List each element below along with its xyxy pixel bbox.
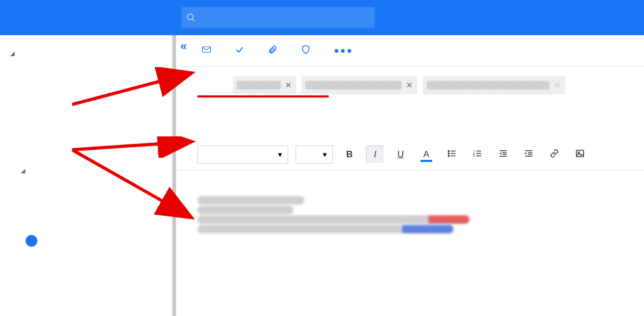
- sidebar: ◢ ◢: [0, 35, 176, 316]
- subject-field-row: [176, 110, 644, 136]
- sidebar-item-confluence[interactable]: [0, 112, 172, 135]
- sidebar-item-jira-comments[interactable]: [0, 182, 172, 206]
- collapse-icon[interactable]: «: [180, 39, 187, 53]
- outdent-icon: [498, 149, 508, 161]
- number-list-icon: 123: [473, 149, 482, 161]
- search-box[interactable]: [181, 7, 375, 28]
- link-icon: [550, 149, 559, 161]
- number-list-button[interactable]: 123: [468, 145, 487, 164]
- svg-point-3: [448, 150, 449, 151]
- cc-field-row[interactable]: [176, 94, 644, 110]
- compose-pane: «: [176, 35, 644, 316]
- caret-down-icon: ◢: [18, 167, 28, 174]
- subject-input[interactable]: [233, 126, 499, 136]
- signature-redacted: [197, 196, 644, 233]
- svg-text:3: 3: [473, 154, 475, 157]
- sidebar-item-accounts[interactable]: [0, 65, 172, 88]
- redacted-text: [306, 81, 402, 90]
- drafts-badge: [26, 235, 37, 247]
- recipient-chip-3[interactable]: ✕: [423, 76, 565, 94]
- to-field-row: ✕ ✕ ✕: [176, 67, 644, 94]
- text-color-button[interactable]: A: [417, 145, 435, 164]
- compose-toolbar: •••: [176, 35, 644, 56]
- svg-point-5: [448, 152, 449, 153]
- send-button[interactable]: [202, 45, 216, 56]
- recipient-chip-2[interactable]: ✕: [301, 76, 417, 94]
- paperclip-icon: [268, 45, 277, 56]
- format-toolbar: ▾ ▾ B I U A 123: [176, 136, 644, 164]
- link-button[interactable]: [545, 145, 563, 164]
- underline-button[interactable]: U: [392, 145, 410, 164]
- sidebar-item-trash[interactable]: [0, 276, 172, 299]
- outdent-button[interactable]: [494, 145, 512, 164]
- redacted-text: [237, 81, 281, 90]
- image-icon: [575, 149, 585, 161]
- svg-point-0: [187, 14, 193, 20]
- sidebar-item-sent[interactable]: [0, 206, 172, 229]
- italic-button[interactable]: I: [366, 145, 384, 164]
- editor-body[interactable]: [176, 171, 644, 233]
- top-bar: [0, 0, 644, 35]
- svg-line-1: [192, 19, 195, 21]
- chip-remove-icon[interactable]: ✕: [285, 80, 292, 90]
- indent-button[interactable]: [520, 145, 538, 164]
- sidebar-item-spam[interactable]: [0, 253, 172, 276]
- search-input[interactable]: [201, 12, 375, 23]
- check-icon: [235, 45, 244, 56]
- sidebar-item-drafts[interactable]: [0, 229, 172, 253]
- caret-down-icon: ◢: [7, 50, 17, 57]
- sidebar-item-jira[interactable]: ◢: [0, 159, 172, 182]
- sidebar-item-mentions[interactable]: [0, 88, 172, 112]
- search-icon: [181, 7, 201, 28]
- recipient-chip-1[interactable]: ✕: [233, 76, 296, 94]
- chip-remove-icon[interactable]: ✕: [406, 80, 413, 90]
- font-family-dropdown[interactable]: ▾: [197, 145, 288, 164]
- caret-down-icon: ▾: [278, 150, 282, 159]
- image-button[interactable]: [571, 145, 589, 164]
- bullet-list-button[interactable]: [443, 145, 461, 164]
- caret-down-icon: ▾: [323, 150, 327, 159]
- bullet-list-icon: [447, 149, 457, 161]
- svg-rect-2: [203, 47, 211, 53]
- save-button[interactable]: [235, 45, 249, 56]
- shield-icon: [301, 45, 311, 56]
- svg-point-7: [448, 155, 449, 156]
- security-button[interactable]: [301, 45, 315, 56]
- redacted-text: [427, 81, 550, 90]
- indent-icon: [524, 149, 534, 161]
- more-button[interactable]: •••: [334, 48, 353, 53]
- attach-button[interactable]: [268, 45, 282, 56]
- sidebar-item-inbox[interactable]: ◢: [0, 42, 172, 65]
- more-icon: •••: [334, 48, 353, 53]
- sidebar-item-hipchat[interactable]: [0, 135, 172, 159]
- chip-remove-icon[interactable]: ✕: [554, 80, 561, 90]
- bold-button[interactable]: B: [340, 145, 359, 164]
- envelope-icon: [202, 45, 211, 56]
- svg-rect-23: [576, 150, 584, 157]
- font-size-dropdown[interactable]: ▾: [296, 145, 333, 164]
